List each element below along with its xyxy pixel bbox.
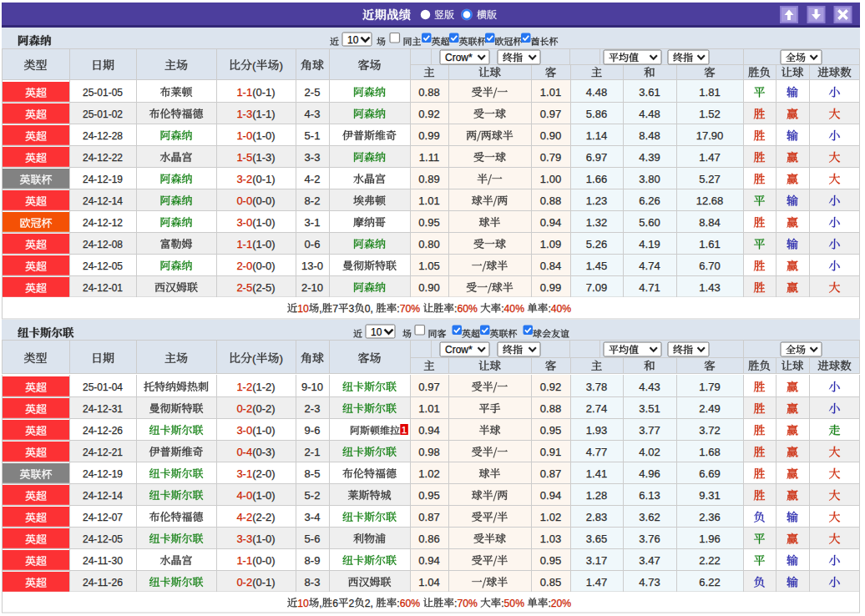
svg-text:3-4: 3-4	[305, 511, 321, 523]
svg-text:12.68: 12.68	[696, 194, 724, 207]
svg-text:3.78: 3.78	[586, 381, 607, 393]
svg-text:3.61: 3.61	[639, 86, 660, 98]
svg-text:25-01-04: 25-01-04	[83, 381, 123, 393]
svg-text:0.91: 0.91	[540, 446, 561, 458]
svg-text:0.95: 0.95	[540, 554, 561, 567]
svg-text:0.85: 0.85	[540, 576, 561, 588]
svg-text:24-12-21: 24-12-21	[83, 446, 123, 458]
svg-text:1.09: 1.09	[540, 238, 561, 250]
svg-text:6.22: 6.22	[699, 576, 720, 588]
svg-text:1-0: 1-0	[236, 129, 252, 142]
svg-text:8-9: 8-9	[305, 554, 321, 567]
svg-text:0.94: 0.94	[540, 489, 561, 502]
svg-text:0.89: 0.89	[418, 173, 439, 185]
svg-text:1.14: 1.14	[586, 129, 607, 142]
svg-text:1: 1	[402, 425, 407, 435]
svg-text:1.23: 1.23	[586, 194, 607, 207]
svg-text:9.31: 9.31	[699, 489, 720, 502]
svg-text:0.80: 0.80	[418, 238, 439, 250]
svg-text:0.90: 0.90	[540, 129, 561, 142]
svg-text:(2-5): (2-5)	[252, 281, 275, 294]
svg-text:8.48: 8.48	[639, 129, 660, 142]
svg-text:1.04: 1.04	[418, 576, 439, 588]
svg-text:4.43: 4.43	[639, 381, 660, 393]
svg-text:2-5: 2-5	[305, 86, 321, 98]
svg-text:3: 3	[349, 303, 355, 315]
svg-text:1.28: 1.28	[586, 489, 607, 502]
svg-text:(1-1): (1-1)	[252, 108, 275, 120]
svg-text:6.70: 6.70	[699, 260, 720, 272]
svg-text:(0-1): (0-1)	[252, 576, 275, 588]
svg-text:0-2: 0-2	[236, 402, 252, 415]
svg-text:1.47: 1.47	[586, 576, 607, 588]
svg-text:5-2: 5-2	[305, 489, 321, 502]
svg-text:1.52: 1.52	[699, 108, 720, 120]
svg-text:(0-3): (0-3)	[252, 446, 275, 458]
svg-text:9-6: 9-6	[305, 424, 321, 437]
svg-text:4.02: 4.02	[639, 446, 660, 458]
svg-text:(0-0): (0-0)	[252, 194, 275, 207]
svg-text:2-10: 2-10	[301, 281, 323, 294]
svg-text:24-12-14: 24-12-14	[83, 489, 123, 502]
svg-text:5-1: 5-1	[305, 129, 321, 142]
svg-text:4.73: 4.73	[639, 576, 660, 588]
svg-text:(: (	[252, 59, 256, 72]
svg-text:1.00: 1.00	[540, 173, 561, 185]
svg-text:1.96: 1.96	[699, 533, 720, 545]
svg-text:0.92: 0.92	[540, 381, 561, 393]
svg-text:): )	[280, 352, 284, 365]
svg-text:6.13: 6.13	[639, 489, 660, 502]
svg-text:24-12-26: 24-12-26	[83, 424, 123, 437]
svg-text:70%: 70%	[400, 303, 421, 315]
svg-text:4.71: 4.71	[639, 281, 660, 294]
svg-text:4-2: 4-2	[305, 173, 321, 185]
svg-text:24-12-14: 24-12-14	[83, 194, 123, 207]
svg-text:40%: 40%	[504, 303, 525, 315]
svg-text:(1-0): (1-0)	[252, 489, 275, 502]
svg-text:5-6: 5-6	[305, 533, 321, 545]
svg-text:(0-2): (0-2)	[252, 402, 275, 415]
svg-text:3.51: 3.51	[639, 402, 660, 415]
svg-text:5.27: 5.27	[699, 173, 720, 185]
svg-text:5.60: 5.60	[639, 216, 660, 229]
svg-text:1.81: 1.81	[699, 86, 720, 98]
svg-text:Crow*: Crow*	[445, 344, 473, 356]
svg-text:1.93: 1.93	[586, 424, 607, 437]
svg-text:1.11: 1.11	[419, 151, 439, 164]
svg-text:40%: 40%	[551, 303, 572, 315]
svg-text:2: 2	[349, 598, 355, 609]
svg-text:5.26: 5.26	[586, 238, 607, 250]
svg-text:24-12-07: 24-12-07	[83, 511, 123, 523]
svg-text:(2-0): (2-0)	[252, 467, 275, 480]
svg-text:0.79: 0.79	[540, 151, 561, 164]
svg-text:3.76: 3.76	[639, 533, 660, 545]
svg-text:8-3: 8-3	[305, 576, 321, 588]
svg-text:1-3: 1-3	[236, 108, 252, 120]
svg-text:24-12-31: 24-12-31	[83, 402, 123, 415]
svg-text:1.61: 1.61	[699, 238, 720, 250]
svg-text:,: ,	[319, 598, 321, 609]
svg-text:3.47: 3.47	[639, 554, 660, 567]
svg-text:1-1: 1-1	[236, 554, 252, 567]
svg-text:1.01: 1.01	[418, 194, 439, 207]
svg-text:(: (	[252, 352, 256, 365]
svg-text:13-0: 13-0	[301, 260, 323, 272]
svg-text:7: 7	[332, 303, 338, 315]
svg-text:60%: 60%	[457, 303, 478, 315]
svg-text:2.83: 2.83	[586, 511, 607, 523]
svg-text:4-2: 4-2	[236, 511, 252, 523]
svg-text:2-3: 2-3	[305, 402, 321, 415]
svg-text:3.72: 3.72	[699, 424, 720, 437]
svg-text:4.96: 4.96	[639, 467, 660, 480]
svg-text:24-12-05: 24-12-05	[83, 260, 123, 272]
svg-text:1-1: 1-1	[236, 238, 252, 250]
svg-text:6.97: 6.97	[586, 151, 607, 164]
svg-text:9-10: 9-10	[301, 381, 323, 393]
svg-text:(1-3): (1-3)	[252, 151, 275, 164]
svg-text:1.05: 1.05	[418, 260, 439, 272]
svg-text:0.94: 0.94	[418, 424, 439, 437]
svg-text:0.98: 0.98	[418, 446, 439, 458]
svg-text:0.94: 0.94	[418, 554, 439, 567]
svg-text:1.32: 1.32	[586, 216, 607, 229]
svg-text:0.95: 0.95	[540, 424, 561, 437]
